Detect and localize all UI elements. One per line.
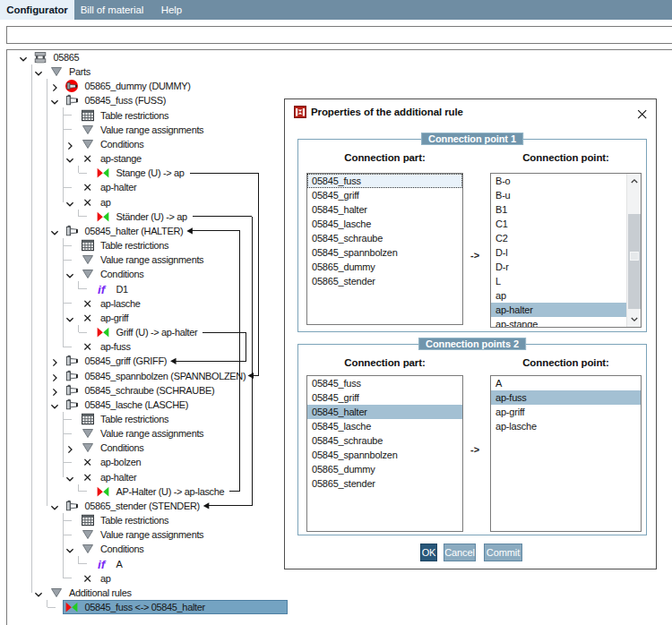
list-item[interactable]: 05865_stender — [307, 476, 462, 491]
tree-item-label: ap-lasche — [100, 296, 141, 311]
tab-bar: Configurator Bill of material Help — [0, 0, 672, 20]
list-item[interactable]: ap-stange — [491, 317, 626, 328]
list-item[interactable]: C2 — [491, 231, 626, 245]
group-2-connection-point-list[interactable]: Aap-fussap-griffap-lasche — [490, 375, 642, 532]
list-item[interactable]: 05845_griff — [307, 188, 462, 202]
tree-item-label: ap-fuss — [100, 339, 131, 354]
chevron-expanded-icon[interactable] — [65, 472, 75, 483]
tree-item-label: 05865_dummy (DUMMY) — [85, 79, 191, 93]
tab-bill-of-material[interactable]: Bill of material — [74, 0, 150, 20]
chevron-collapsed-icon[interactable] — [49, 371, 60, 381]
chevron-collapsed-icon[interactable] — [65, 442, 75, 453]
list-item[interactable]: D-l — [491, 245, 626, 260]
chevron-expanded-icon[interactable] — [33, 587, 44, 598]
chevron-expanded-icon[interactable] — [49, 95, 60, 106]
command-input[interactable] — [6, 26, 672, 44]
chevron-expanded-icon[interactable] — [65, 544, 75, 554]
x-icon — [81, 195, 95, 210]
cancel-button[interactable]: Cancel — [444, 544, 476, 561]
list-item[interactable]: 05845_lasche — [307, 419, 462, 433]
group-1-connection-part-list[interactable]: 05845_fuss05845_griff05845_halter05845_l… — [306, 173, 463, 325]
chevron-collapsed-icon[interactable] — [65, 139, 75, 150]
chevron-expanded-icon[interactable] — [65, 197, 75, 208]
list-item[interactable]: B1 — [491, 202, 626, 217]
tab-help[interactable]: Help — [150, 0, 194, 20]
list-item[interactable]: ap-fuss — [491, 390, 641, 405]
tree-item[interactable]: 05865 — [7, 50, 670, 65]
list-item[interactable]: 05845_fuss — [307, 376, 462, 390]
list-item[interactable]: 05845_lasche — [307, 217, 462, 231]
properties-dialog: Properties of the additional rule Connec… — [284, 98, 657, 569]
vertical-scrollbar[interactable] — [626, 174, 641, 327]
commit-button[interactable]: Commit — [484, 544, 522, 561]
chevron-expanded-icon[interactable] — [49, 226, 60, 236]
list-item[interactable]: ap-lasche — [491, 419, 641, 433]
ok-button[interactable]: OK — [420, 544, 437, 561]
folder-triangle-icon — [81, 267, 95, 281]
group-2-right-label: Connection point: — [490, 357, 642, 368]
if-icon: if — [96, 557, 110, 571]
chevron-expanded-icon[interactable] — [65, 153, 75, 164]
list-item[interactable]: ap — [491, 288, 626, 303]
group-1-connection-point-list[interactable]: B-oB-uB1C1C2D-lD-rLapap-halterap-stange — [490, 173, 642, 328]
list-item[interactable]: B-o — [491, 174, 626, 188]
chevron-collapsed-icon[interactable] — [49, 355, 60, 366]
list-item[interactable]: 05865_dummy — [307, 260, 462, 274]
chevron-collapsed-icon[interactable] — [49, 385, 60, 396]
tree-item[interactable]: ap — [7, 571, 670, 586]
rule-app-icon — [294, 106, 306, 118]
chevron-expanded-icon[interactable] — [49, 501, 60, 511]
rule-icon — [96, 210, 110, 224]
chevron-expanded-icon[interactable] — [65, 269, 75, 279]
list-item[interactable]: C1 — [491, 217, 626, 231]
chevron-expanded-icon[interactable] — [49, 399, 60, 410]
list-item[interactable]: B-u — [491, 188, 626, 202]
group-2-connection-part-list[interactable]: 05845_fuss05845_griff05845_halter05845_l… — [306, 375, 463, 532]
tree-item-label: Conditions — [100, 542, 143, 556]
folder-triangle-icon — [49, 586, 64, 600]
list-item[interactable]: 05845_halter — [307, 202, 462, 217]
folder-triangle-icon — [81, 253, 95, 267]
chevron-collapsed-icon[interactable] — [49, 81, 60, 91]
list-item[interactable]: 05845_spannbolzen — [307, 245, 462, 260]
list-item[interactable]: ap-halter — [491, 303, 626, 317]
dialog-title-bar[interactable]: Properties of the additional rule — [285, 99, 656, 126]
tree-item[interactable]: Additional rules — [7, 586, 670, 601]
tree-item-label: ap-stange — [100, 151, 142, 166]
x-icon — [81, 296, 95, 311]
list-item[interactable]: 05845_fuss — [307, 174, 462, 188]
tree-item-label: 05845_halter (HALTER) — [85, 224, 184, 238]
svg-text:if: if — [98, 557, 107, 570]
group-2-title: Connection points 2 — [418, 338, 526, 350]
chevron-expanded-icon[interactable] — [18, 52, 29, 63]
list-item[interactable]: 05865_dummy — [307, 462, 462, 476]
chevron-expanded-icon[interactable] — [65, 312, 75, 323]
list-item[interactable]: A — [491, 376, 641, 390]
scroll-up-icon[interactable] — [627, 174, 642, 189]
tab-configurator[interactable]: Configurator — [0, 0, 74, 20]
list-item[interactable]: ap-griff — [491, 405, 641, 419]
list-item[interactable]: 05845_halter — [307, 405, 462, 419]
scroll-thumb[interactable] — [628, 214, 641, 309]
chevron-expanded-icon[interactable] — [33, 66, 44, 77]
x-icon — [81, 455, 95, 469]
close-icon[interactable] — [635, 107, 650, 122]
list-item[interactable]: 05845_schraube — [307, 433, 462, 448]
group-1-right-label: Connection point: — [490, 152, 642, 163]
list-item[interactable]: L — [491, 274, 626, 288]
tree-item-label: 05845_spannbolzen (SPANNBOLZEN) — [85, 369, 246, 383]
scroll-thumb-grip — [630, 252, 639, 261]
tree-item-label: Conditions — [100, 267, 143, 281]
tree-item[interactable]: 05865_dummy (DUMMY) — [7, 79, 670, 94]
list-item[interactable]: D-r — [491, 260, 626, 274]
list-item[interactable]: 05865_stender — [307, 274, 462, 288]
folder-triangle-icon — [81, 123, 95, 137]
scroll-down-icon[interactable] — [627, 312, 642, 327]
list-item[interactable]: 05845_schraube — [307, 231, 462, 245]
tree-item[interactable]: Parts — [7, 64, 670, 80]
part-icon — [65, 369, 79, 383]
tree-item-label: 05845_fuss (FUSS) — [85, 93, 167, 107]
list-item[interactable]: 05845_spannbolzen — [307, 448, 462, 462]
list-item[interactable]: 05845_griff — [307, 390, 462, 405]
tree-item[interactable]: 05845_fuss <-> 05845_halter — [7, 600, 670, 615]
